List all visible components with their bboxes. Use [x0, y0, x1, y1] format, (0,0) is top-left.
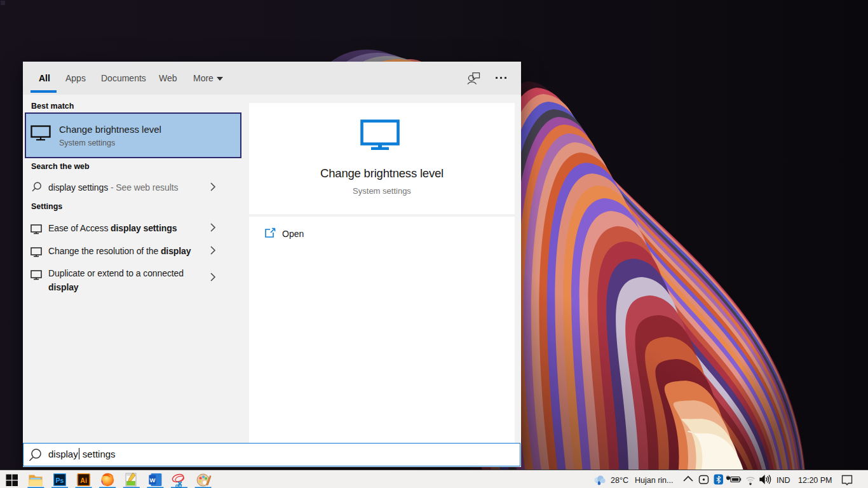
svg-text:Ps: Ps — [56, 477, 64, 484]
svg-text:Ai: Ai — [80, 477, 87, 484]
svg-text:W: W — [149, 477, 155, 484]
